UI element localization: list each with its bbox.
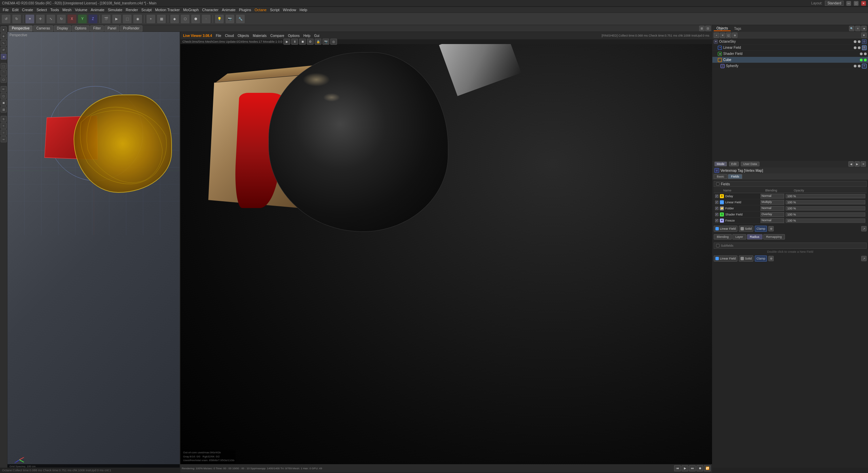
toolbar-live-selection[interactable]: ✦ <box>25 14 35 24</box>
toolbar-undo[interactable]: ↺ <box>1 14 11 24</box>
octane-tag[interactable]: O <box>862 39 867 44</box>
octane-menu-compare[interactable]: Compare <box>269 34 285 38</box>
obj-render-dot2[interactable] <box>858 46 861 49</box>
octane-camera[interactable]: 📷 <box>322 39 329 45</box>
tool-box-sel[interactable]: ⬚ <box>1 63 7 69</box>
spherify-tag[interactable]: T <box>862 64 867 68</box>
menu-select[interactable]: Select <box>35 8 48 12</box>
objects-tab-tags[interactable]: Tags <box>731 26 744 31</box>
octane-btn-next[interactable]: ⏭ <box>689 465 696 471</box>
toolbar-scale[interactable]: ⤡ <box>46 14 56 24</box>
octane-menu-cloud[interactable]: Cloud <box>224 34 235 38</box>
layout-value[interactable]: Standard <box>825 1 844 6</box>
toolbar-guide[interactable]: ▦ <box>157 14 166 24</box>
toolbar-rotate[interactable]: ↻ <box>57 14 66 24</box>
octane-menu-objects[interactable]: Objects <box>236 34 251 38</box>
toolbar-edge-mode[interactable]: ⬡ <box>180 14 190 24</box>
sub-tab-layer[interactable]: Layer <box>732 234 746 240</box>
obj-item-cube[interactable]: ⬛ Cube <box>712 57 868 63</box>
menu-window[interactable]: Window <box>281 8 297 12</box>
field-opacity-folder[interactable]: 100 % <box>786 206 865 210</box>
toolbar-snap[interactable]: ⌖ <box>146 14 156 24</box>
viewport-collapse[interactable]: ⊟ <box>705 26 711 31</box>
octane-btn-record[interactable]: ⏺ <box>696 465 703 471</box>
menu-script[interactable]: Script <box>269 8 281 12</box>
obj-render-dot[interactable] <box>858 40 861 43</box>
menu-sculpt[interactable]: Sculpt <box>140 8 153 12</box>
viewport-expand[interactable]: ⊞ <box>699 26 705 31</box>
sub-panel-linearfield[interactable]: Linear Field <box>714 226 737 232</box>
tool-flatten[interactable]: ═ <box>1 136 7 142</box>
objects-tab-objects[interactable]: Objects <box>714 26 731 31</box>
field-blending-folder[interactable]: Normal <box>761 206 784 211</box>
tool-erase[interactable]: ◻ <box>1 93 7 99</box>
prop-tab-basic[interactable]: Basic <box>714 174 727 179</box>
menu-animate[interactable]: Animate <box>90 8 106 12</box>
field-opacity-shader[interactable]: 100 % <box>786 212 865 217</box>
field-blending-freeze[interactable]: Normal <box>761 218 784 223</box>
menu-character[interactable]: Character <box>201 8 220 12</box>
toolbar-render-view[interactable]: 🎬 <box>101 14 111 24</box>
window-maximize[interactable]: □ <box>854 1 859 6</box>
viewport-tab-panel[interactable]: Panel <box>104 25 119 32</box>
obj-item-octanesky[interactable]: ☀ OctaneSky O <box>712 39 868 45</box>
obj-vis-dot4[interactable] <box>860 59 863 61</box>
octane-settings[interactable]: ⚙ <box>307 39 314 45</box>
menu-simulate[interactable]: Simulate <box>106 8 124 12</box>
field-blending-linear[interactable]: Multiply <box>761 200 784 205</box>
obj-new[interactable]: + <box>714 33 719 38</box>
viewport-tab-options[interactable]: Options <box>72 25 90 32</box>
toolbar-render[interactable]: ▶ <box>112 14 121 24</box>
toolbar-camera[interactable]: 📷 <box>225 14 235 24</box>
octane-btn-play2[interactable]: ▶ <box>682 465 688 471</box>
objects-filter[interactable]: ≡ <box>855 26 861 31</box>
toolbar-point-mode[interactable]: · <box>201 14 211 24</box>
prop-close[interactable]: ✕ <box>861 161 866 167</box>
octane-menu-options[interactable]: Options <box>287 34 301 38</box>
tool-paint[interactable]: ✏ <box>1 86 7 92</box>
tool-inflate[interactable]: ○ <box>1 129 7 136</box>
tool-select[interactable]: ▸ <box>1 26 7 33</box>
window-close[interactable]: ✕ <box>861 1 866 6</box>
field-check-shader[interactable]: ✓ <box>715 213 718 216</box>
viewport-tab-cameras[interactable]: Cameras <box>33 25 53 32</box>
tool-fill[interactable]: ▣ <box>1 100 7 106</box>
objects-bookmarks[interactable]: ★ <box>861 26 867 31</box>
sub-panel-solid[interactable]: Solid <box>739 226 753 232</box>
toolbar-light[interactable]: 💡 <box>215 14 224 24</box>
octane-menu-materials[interactable]: Materials <box>252 34 268 38</box>
toolbar-y[interactable]: Y <box>78 14 87 24</box>
octane-play[interactable]: ▶ <box>283 39 290 45</box>
tool-smooth[interactable]: ≈ <box>1 123 7 129</box>
prop-arrow-left[interactable]: ◀ <box>848 161 854 167</box>
field-opacity-delay[interactable]: 100 % <box>786 194 865 198</box>
obj-vis-dot[interactable] <box>854 40 856 43</box>
octane-stop[interactable]: ⏹ <box>299 39 306 45</box>
field-opacity-linear[interactable]: 100 % <box>786 200 865 204</box>
field-opacity-freeze[interactable]: 100 % <box>786 219 865 223</box>
octane-pause[interactable]: ⏸ <box>291 39 298 45</box>
octane-menu-gui[interactable]: Gui <box>313 34 321 38</box>
menu-octane[interactable]: Octane <box>253 8 268 12</box>
viewport-perspective[interactable]: Perspective Grid Spacing: 100 cm X Y Z <box>7 32 180 472</box>
obj-render-dot3[interactable] <box>864 53 867 55</box>
menu-volume[interactable]: Volume <box>74 8 89 12</box>
octane-lock[interactable]: 🔒 <box>315 39 321 45</box>
tool-lasso[interactable]: ⌒ <box>1 70 7 76</box>
tool-live-sel[interactable]: ◈ <box>1 54 7 60</box>
viewport-tab-prorender[interactable]: ProRender <box>120 25 142 32</box>
obj-render-dot5[interactable] <box>858 65 861 67</box>
toolbar-deformer[interactable]: 🔧 <box>236 14 245 24</box>
window-minimize[interactable]: ─ <box>846 1 851 6</box>
prop-mode-edit[interactable]: Edit <box>729 162 739 166</box>
toolbar-render-region[interactable]: ⬚ <box>122 14 132 24</box>
sub-panel-settings[interactable]: ⚙ <box>768 226 774 231</box>
obj-group[interactable]: ⊕ <box>732 33 737 38</box>
octane-menu-file[interactable]: File <box>214 34 222 38</box>
sub2-expand[interactable]: ↗ <box>861 256 867 261</box>
sub-tab-blending[interactable]: Blending <box>714 234 732 240</box>
sub-tab-remapping[interactable]: Remapping <box>763 234 785 240</box>
obj-item-spherify[interactable]: ○ Spherify T <box>712 63 868 69</box>
field-blending-delay[interactable]: Normal <box>761 194 784 199</box>
obj-expand-all[interactable]: ▼ <box>861 33 867 38</box>
